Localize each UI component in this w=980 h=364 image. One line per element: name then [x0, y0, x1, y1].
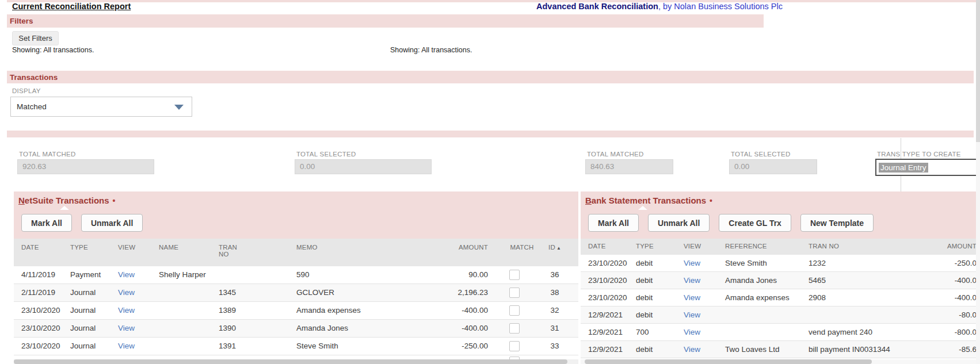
cell-tran-no: 2908 [809, 289, 826, 306]
col-tran-no: TRAN NO [809, 243, 839, 250]
cell-amount: -80.0 [891, 306, 977, 323]
cell-tran-no: 1390 [219, 320, 236, 337]
new-template-button[interactable]: New Template [800, 214, 874, 232]
match-checkbox[interactable] [509, 305, 520, 316]
cell-id: 33 [540, 338, 569, 355]
col-view: VIEW [684, 243, 701, 250]
view-link[interactable]: View [684, 289, 700, 306]
cell-amount: 2,196.23 [382, 284, 488, 301]
netsuite-total-selected-label: TOTAL SELECTED [296, 151, 356, 158]
cell-date: 23/10/2020 [21, 302, 60, 319]
section-divider [7, 131, 974, 137]
page-title: Current Reconciliation Report [12, 2, 131, 11]
cell-tran-no: 5465 [809, 272, 826, 289]
bank-title-initial: B [585, 196, 592, 205]
col-date: DATE [588, 243, 606, 250]
cell-tran-no: vend payment 240 [809, 324, 872, 340]
netsuite-total-matched-label: TOTAL MATCHED [19, 151, 76, 158]
view-link[interactable]: View [684, 324, 700, 340]
netsuite-unmark-all-button[interactable]: Unmark All [81, 214, 143, 232]
match-checkbox[interactable] [509, 323, 520, 334]
cell-type: debit [636, 255, 653, 271]
cell-date: 12/9/2021 [588, 324, 623, 340]
cell-name: Shelly Harper [159, 266, 206, 283]
netsuite-scrollbar-thumb[interactable] [14, 359, 567, 364]
bank-horizontal-scrollbar [581, 359, 980, 364]
view-link[interactable]: View [118, 266, 135, 283]
vertical-scrollbar-thumb[interactable] [976, 0, 980, 142]
cell-type: Journal [70, 320, 96, 337]
view-link[interactable]: View [118, 320, 135, 337]
cell-tran-no: 1391 [219, 338, 236, 355]
col-name: NAME [159, 244, 178, 251]
cell-type: 700 [636, 324, 649, 340]
cell-type: Journal [70, 302, 96, 319]
cell-date: 12/9/2021 [588, 306, 623, 323]
cell-id: 31 [540, 320, 569, 337]
bank-table-header: DATE TYPE VIEW REFERENCE TRAN NO AMOUNT [581, 239, 980, 255]
view-link[interactable]: View [118, 302, 135, 319]
cell-memo: Steve Smith [296, 338, 338, 355]
cell-date: 4/11/2019 [21, 266, 55, 283]
chevron-down-icon [174, 105, 184, 110]
view-link[interactable]: View [684, 306, 700, 323]
bank-scrollbar-thumb[interactable] [585, 359, 872, 364]
cell-memo: Amanda expenses [296, 302, 361, 319]
bank-mark-all-button[interactable]: Mark All [588, 214, 639, 232]
cell-type: debit [636, 289, 653, 306]
netsuite-title-bullet: • [113, 196, 116, 205]
cell-date: 23/10/2020 [21, 320, 60, 337]
netsuite-mark-all-button[interactable]: Mark All [21, 214, 72, 232]
table-row: 4/11/2019 Payment View Shelly Harper 590… [14, 266, 578, 284]
tab-bank-statement-transactions[interactable]: Bank Statement Transactions• [585, 196, 712, 205]
match-checkbox[interactable] [509, 288, 520, 298]
tab-netsuite-transactions[interactable]: NetSuite Transactions• [18, 196, 115, 205]
cell-type: Journal [70, 284, 96, 301]
match-checkbox[interactable] [509, 341, 520, 351]
reconciliation-page: Current Reconciliation Report Advanced B… [0, 0, 980, 364]
showing-text-netsuite: Showing: All transactions. [12, 46, 94, 54]
col-amount: AMOUNT [891, 243, 977, 250]
netsuite-total-matched-field: 920.63 [17, 159, 154, 174]
cell-type: debit [636, 272, 653, 289]
cell-reference: Two Loaves Ltd [725, 341, 780, 358]
cell-memo: 590 [296, 266, 310, 283]
cell-reference: Amanda Jones [725, 272, 777, 289]
col-tran-no: TRAN NO [219, 244, 244, 258]
table-row-partial [14, 355, 578, 359]
cell-tran-no: 1345 [219, 284, 236, 301]
filters-section-label: Filters [10, 17, 33, 25]
create-gl-trx-button[interactable]: Create GL Trx [719, 214, 791, 232]
col-id-sortable[interactable]: ID▲ [540, 244, 569, 251]
table-row: 12/9/2021 debit View Two Loaves Ltd bill… [581, 341, 980, 358]
table-row: 2/11/2019 Journal View 1345 GCLOVER 2,19… [14, 284, 578, 302]
cell-date: 2/11/2019 [21, 284, 55, 301]
cell-tran-no: 1389 [219, 302, 236, 319]
cell-amount: 90.00 [382, 266, 488, 283]
view-link[interactable]: View [684, 255, 700, 271]
netsuite-title-rest: etSuite Transactions [25, 196, 109, 205]
cell-reference: Steve Smith [725, 255, 767, 271]
cell-date: 23/10/2020 [588, 289, 627, 306]
trans-type-label: TRANS TYPE TO CREATE [877, 151, 961, 158]
view-link[interactable]: View [118, 284, 135, 301]
match-checkbox[interactable] [509, 270, 520, 280]
view-link[interactable]: View [684, 341, 700, 358]
filters-section-header: Filters [7, 14, 764, 28]
netsuite-total-selected-field: 0.00 [295, 159, 432, 174]
bank-title-rest: ank Statement Transactions [592, 196, 706, 205]
bank-title-bullet: • [710, 196, 712, 205]
cell-date: 23/10/2020 [588, 272, 627, 289]
display-dropdown[interactable]: Matched [10, 97, 192, 117]
cell-tran-no: 1232 [809, 255, 826, 271]
cell-type: debit [636, 341, 653, 358]
trans-type-input[interactable]: Journal Entry [875, 159, 979, 176]
view-link[interactable]: View [684, 272, 700, 289]
set-filters-button[interactable]: Set Filters [12, 31, 59, 45]
cell-amount: -400.00 [382, 302, 488, 319]
sort-ascending-icon: ▲ [556, 246, 561, 251]
bank-unmark-all-button[interactable]: Unmark All [648, 214, 710, 232]
view-link[interactable]: View [118, 338, 135, 355]
vendor-link[interactable]: Nolan Business Solutions Plc [674, 2, 783, 11]
col-match: MATCH [504, 244, 540, 251]
